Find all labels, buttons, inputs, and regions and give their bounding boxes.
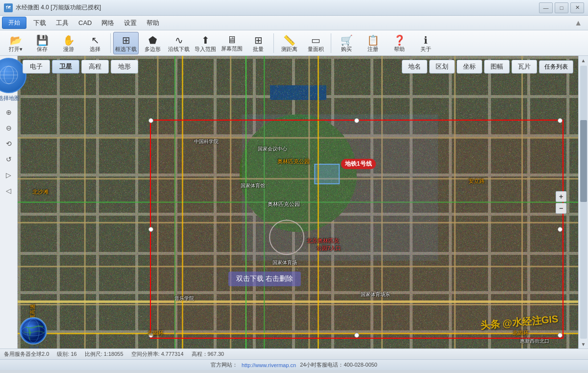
- map-select-label: 选择地图: [0, 95, 20, 102]
- app-title: 水经微图 4.0 [万能版功能已授权]: [16, 3, 101, 12]
- corner-handle-bm[interactable]: [354, 333, 359, 338]
- start-menu-button[interactable]: 开始: [2, 17, 26, 29]
- select-button[interactable]: ↖ 选择: [82, 32, 108, 54]
- import-icon: ⬆: [201, 34, 210, 46]
- menu-download[interactable]: 下载: [28, 17, 51, 29]
- buy-button[interactable]: 🛒 购买: [334, 32, 359, 54]
- map-tab-satellite[interactable]: 卫星: [52, 60, 79, 74]
- right-tab-coord[interactable]: 坐标: [457, 60, 482, 74]
- selection-rectangle[interactable]: [150, 120, 564, 339]
- buy-icon: 🛒: [341, 34, 353, 46]
- status-scale: 比例尺: 1:18055: [85, 350, 123, 358]
- line-download-button[interactable]: ∿ 沿线下载: [166, 32, 192, 54]
- save-button[interactable]: 💾 保存: [29, 32, 55, 54]
- corner-handle-tm[interactable]: [354, 118, 359, 123]
- svg-point-6: [22, 319, 45, 343]
- toolbar-separator-2: [273, 33, 274, 53]
- zoom-out-button[interactable]: −: [556, 203, 566, 214]
- map-tab-electronic[interactable]: 电子: [23, 60, 50, 74]
- scroll-thumb: [580, 120, 587, 202]
- right-tab-place[interactable]: 地名: [402, 60, 427, 74]
- menu-help[interactable]: 帮助: [142, 17, 164, 29]
- measure-area-button[interactable]: ▭ 量面积: [303, 32, 328, 54]
- right-top-panel: 地名 区划 坐标 图幅 瓦片 任务列表: [402, 60, 573, 74]
- batch-icon: ⊞: [254, 34, 263, 46]
- toolbar: 📂 打开▾ 💾 保存 ✋ 漫游 ↖ 选择 ⊞ 框选下载 ⬟ 多边形 ∿ 沿线下载…: [0, 30, 588, 56]
- status-bar: 备用服务器全球2.0 级别: 16 比例尺: 1:18055 空间分辨率: 4.…: [0, 348, 588, 359]
- task-list-button[interactable]: 任务列表: [539, 60, 573, 74]
- status-elevation: 高程：967.30: [192, 350, 224, 358]
- zoom-controls: + −: [556, 191, 566, 214]
- left-tool-add[interactable]: ⊕: [1, 105, 16, 120]
- left-tool-forward[interactable]: ▷: [1, 168, 16, 182]
- menu-cad[interactable]: CAD: [74, 17, 97, 28]
- globe-label: 地球: [20, 345, 49, 348]
- help-button[interactable]: ❓ 帮助: [387, 32, 412, 54]
- register-button[interactable]: 📋 注册: [360, 32, 386, 54]
- globe-icon: 地球: [20, 317, 49, 347]
- map-tab-elevation[interactable]: 高程: [81, 60, 109, 74]
- save-icon: 💾: [36, 34, 49, 46]
- restore-button[interactable]: □: [555, 2, 568, 13]
- measure-area-icon: ▭: [311, 34, 320, 46]
- menu-network[interactable]: 网络: [97, 17, 119, 29]
- browse-button[interactable]: ✋ 漫游: [56, 32, 81, 54]
- menu-tools[interactable]: 工具: [51, 17, 74, 29]
- polygon-icon: ⬟: [148, 34, 157, 46]
- about-icon: ℹ: [424, 34, 428, 46]
- satellite-map[interactable]: 地铁1号线 双击下载 右击删除 奥林匹克公园 奥林匹克公园 北京奥林匹克 公园7…: [18, 56, 578, 348]
- corner-handle-br[interactable]: [558, 333, 563, 338]
- rect-dl-icon: ⊞: [122, 34, 130, 46]
- map-tab-terrain[interactable]: 地形: [111, 60, 138, 74]
- right-tab-grid[interactable]: 图幅: [484, 60, 510, 74]
- map-type-controls: 电子 卫星 高程 地形: [23, 60, 138, 74]
- scroll-up-button[interactable]: ▲: [579, 56, 588, 65]
- register-icon: 📋: [367, 34, 379, 46]
- metro-line-label: 地铁1号线: [341, 159, 376, 169]
- menu-settings[interactable]: 设置: [119, 17, 142, 29]
- measure-dist-button[interactable]: 📏 测距离: [276, 32, 302, 54]
- map-select-text: [0, 65, 19, 86]
- left-tool-sub[interactable]: ⊖: [1, 121, 16, 135]
- scroll-track[interactable]: [580, 66, 587, 339]
- status-server: 备用服务器全球2.0: [4, 350, 49, 358]
- about-button[interactable]: ℹ 关于: [413, 32, 439, 54]
- corner-handle-ml[interactable]: [148, 227, 153, 232]
- footer: 官方网站： http://www.rivermap.cn 24小时客服电话：40…: [0, 359, 588, 370]
- title-bar: 🗺 水经微图 4.0 [万能版功能已授权] — □ ✕: [0, 0, 588, 16]
- corner-handle-tr[interactable]: [558, 118, 563, 123]
- left-tool-back[interactable]: ◁: [1, 183, 16, 198]
- footer-official: 官方网站：: [211, 361, 238, 369]
- zoom-in-button[interactable]: +: [556, 191, 566, 202]
- left-tool-rotate[interactable]: ⟲: [1, 136, 16, 151]
- import-range-button[interactable]: ⬆ 导入范围: [193, 32, 218, 54]
- open-button[interactable]: 📂 打开▾: [3, 32, 28, 54]
- batch-button[interactable]: ⊞ 批量: [245, 32, 271, 54]
- scroll-down-button[interactable]: ▼: [579, 340, 588, 348]
- right-tab-tile[interactable]: 瓦片: [512, 60, 537, 74]
- globe-circle: [20, 317, 47, 345]
- screen-range-button[interactable]: 🖥 屏幕范围: [219, 32, 245, 54]
- status-level: 级别: 16: [57, 350, 76, 358]
- corner-handle-mr[interactable]: [558, 227, 563, 232]
- help-icon: ❓: [393, 34, 406, 46]
- close-button[interactable]: ✕: [570, 2, 584, 13]
- map-container: 地铁1号线 双击下载 右击删除 奥林匹克公园 奥林匹克公园 北京奥林匹克 公园7…: [0, 56, 588, 348]
- right-tab-district[interactable]: 区划: [429, 60, 455, 74]
- corner-handle-bl[interactable]: [148, 333, 153, 338]
- footer-url[interactable]: http://www.rivermap.cn: [242, 362, 296, 368]
- left-tool-refresh[interactable]: ↺: [1, 152, 16, 167]
- minimize-button[interactable]: —: [539, 2, 553, 13]
- window-controls: — □ ✕: [539, 2, 584, 13]
- line-dl-icon: ∿: [175, 34, 183, 46]
- menu-bar: 开始 下载 工具 CAD 网络 设置 帮助 ▲: [0, 16, 588, 30]
- rect-download-button[interactable]: ⊞ 框选下载: [113, 32, 139, 54]
- corner-handle-tl[interactable]: [148, 118, 153, 123]
- browse-icon: ✋: [63, 34, 75, 46]
- status-resolution: 空间分辨率: 4.777314: [131, 350, 184, 358]
- collapse-icon[interactable]: ▲: [570, 17, 586, 29]
- select-icon: ↖: [91, 34, 99, 46]
- download-hint-overlay[interactable]: 双击下载 右击删除: [228, 272, 301, 286]
- app-icon: 🗺: [4, 3, 13, 12]
- polygon-button[interactable]: ⬟ 多边形: [140, 32, 165, 54]
